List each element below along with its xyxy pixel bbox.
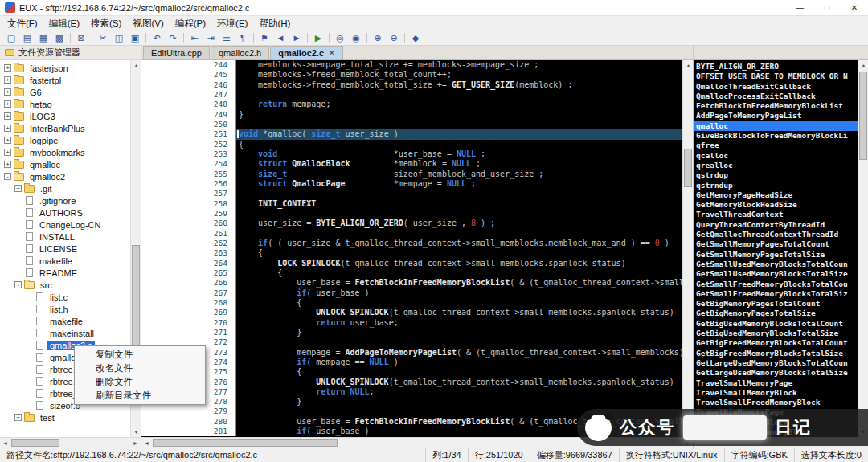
- line-number[interactable]: 268: [141, 298, 236, 308]
- plugin-icon[interactable]: ◆: [407, 31, 424, 45]
- function-list-item[interactable]: GetBigMemoryPagesTotalCount: [694, 299, 858, 309]
- code-text[interactable]: [236, 229, 682, 239]
- tree-item[interactable]: +G6: [0, 86, 130, 98]
- menu-item-1[interactable]: 编辑(E): [43, 17, 85, 31]
- tree-item[interactable]: .gitignore: [0, 194, 130, 206]
- code-text[interactable]: return user_base;: [236, 318, 682, 328]
- function-list-item[interactable]: GiveBackBlockToFreedMemoryBlockLi: [694, 131, 858, 141]
- function-list-item[interactable]: QmallocProcessExitCallback: [694, 92, 858, 101]
- code-text[interactable]: LOCK_SPINLOCK(t_qmalloc_thread_context->…: [236, 259, 682, 268]
- scroll-up-icon[interactable]: ▲: [858, 60, 868, 71]
- outdent-icon[interactable]: ⇤: [186, 31, 203, 45]
- code-text[interactable]: INIT_CONTEXT: [236, 199, 682, 209]
- code-text[interactable]: UNLOCK_SPINLOCK(t_qmalloc_thread_context…: [236, 378, 682, 387]
- expand-icon[interactable]: -: [14, 281, 22, 288]
- function-list-item[interactable]: qstrdup: [694, 170, 858, 180]
- function-list-item[interactable]: qmalloc: [694, 121, 858, 131]
- tree-item[interactable]: +fastertpl: [0, 74, 130, 86]
- code-text[interactable]: void *qmalloc( size_t user_size ): [236, 129, 682, 139]
- code-text[interactable]: struct QmallocPage *mempage = NULL ;: [236, 179, 682, 189]
- bookmark-toggle-icon[interactable]: ⚑: [256, 31, 272, 45]
- tree-item[interactable]: +fasterjson: [0, 62, 130, 74]
- tree-item[interactable]: +logpipe: [0, 134, 130, 146]
- line-number[interactable]: 257: [141, 189, 236, 198]
- function-list-item[interactable]: GetBigUsedMemoryBlocksTotalCount: [694, 319, 858, 329]
- line-number[interactable]: 265: [141, 268, 236, 278]
- function-list-item[interactable]: GetMemoryPageHeadSize: [694, 190, 858, 200]
- line-number[interactable]: 247: [141, 90, 236, 100]
- tree-item[interactable]: README: [0, 267, 130, 279]
- function-list-item[interactable]: GetSmallUsedMemoryBlocksTotalSize: [694, 269, 858, 279]
- function-list-item[interactable]: QueryThreadContextByThreadId: [694, 220, 858, 230]
- code-text[interactable]: {: [236, 367, 682, 377]
- code-text[interactable]: [236, 189, 682, 198]
- function-list-item[interactable]: AddPageToMemoryPageList: [694, 111, 858, 121]
- line-number[interactable]: 260: [141, 219, 236, 228]
- function-list-item[interactable]: TravelSmallMemoryBlock: [694, 388, 858, 398]
- context-menu-item-3[interactable]: 刷新目录文件: [75, 389, 205, 403]
- code-text[interactable]: user_base = FetchBlockInFreedMemoryBlock…: [236, 278, 682, 288]
- menu-item-4[interactable]: 编程(P): [170, 17, 211, 31]
- code-text[interactable]: {: [236, 140, 682, 149]
- scrollbar-thumb[interactable]: [684, 149, 692, 187]
- expand-icon[interactable]: +: [4, 88, 11, 96]
- code-text[interactable]: memblocks->freed_memblock_total_size += …: [236, 80, 682, 90]
- menu-item-6[interactable]: 帮助(H): [253, 17, 296, 31]
- tree-item[interactable]: list.h: [0, 303, 130, 315]
- scroll-left-icon[interactable]: ◄: [0, 438, 10, 448]
- line-number[interactable]: 248: [141, 100, 236, 109]
- expand-icon[interactable]: +: [14, 414, 22, 421]
- tab-editultra-cpp[interactable]: EditUltra.cpp: [143, 46, 210, 59]
- code-text[interactable]: [236, 337, 682, 347]
- tab-qmalloc2-c[interactable]: qmalloc2.c✕: [270, 46, 342, 59]
- function-list-item[interactable]: BYTE_ALIGN_OR_ZERO: [694, 62, 858, 72]
- redo-icon[interactable]: ↷: [165, 31, 181, 45]
- function-list-item[interactable]: qrealloc: [694, 161, 858, 170]
- line-number[interactable]: 264: [141, 259, 236, 268]
- code-text[interactable]: void *user_base = NULL ;: [236, 149, 682, 159]
- function-list-item[interactable]: TravelSmallMemoryPage: [694, 378, 858, 388]
- context-menu-item-2[interactable]: 删除文件: [75, 375, 205, 389]
- scroll-right-icon[interactable]: ►: [130, 438, 141, 448]
- tree-item[interactable]: +iLOG3: [0, 110, 130, 122]
- scrollbar-thumb[interactable]: [11, 439, 59, 447]
- expand-icon[interactable]: +: [4, 149, 11, 156]
- function-list-item[interactable]: qcalloc: [694, 151, 858, 161]
- line-number[interactable]: 259: [141, 209, 236, 219]
- line-number[interactable]: 249: [141, 110, 236, 120]
- tree-item[interactable]: INSTALL: [0, 231, 130, 243]
- tree-item[interactable]: makefile: [0, 315, 130, 327]
- maximize-icon[interactable]: □: [813, 0, 841, 15]
- expand-icon[interactable]: +: [4, 125, 11, 132]
- line-number[interactable]: 246: [141, 80, 236, 90]
- line-number[interactable]: 280: [141, 417, 236, 427]
- line-number[interactable]: 263: [141, 248, 236, 258]
- scrollbar-thumb[interactable]: [132, 245, 140, 350]
- function-list-item[interactable]: GetQmallocThreadContextThreadId: [694, 230, 858, 239]
- tab-qmalloc2-h[interactable]: qmalloc2.h: [211, 46, 269, 59]
- tree-item[interactable]: +test: [0, 411, 130, 423]
- function-list-item[interactable]: GetLargeUsedMemoryBlocksTotalSize: [694, 368, 858, 378]
- tree-item[interactable]: list.c: [0, 291, 130, 303]
- tab-close-icon[interactable]: ✕: [329, 49, 335, 57]
- line-number[interactable]: 251: [141, 129, 236, 139]
- line-number[interactable]: 266: [141, 278, 236, 288]
- expand-icon[interactable]: +: [4, 100, 11, 108]
- expand-icon[interactable]: +: [4, 112, 11, 120]
- tree-item[interactable]: LICENSE: [0, 243, 130, 255]
- line-number[interactable]: 250: [141, 120, 236, 129]
- tree-item[interactable]: makefile: [0, 255, 130, 267]
- code-text[interactable]: UNLOCK_SPINLOCK(t_qmalloc_thread_context…: [236, 308, 682, 317]
- code-text[interactable]: memblocks->mempage_total_size += membloc…: [236, 60, 682, 70]
- line-number[interactable]: 255: [141, 170, 236, 179]
- function-list-item[interactable]: QmallocThreadExitCallback: [694, 82, 858, 92]
- tree-item[interactable]: +InterBankPlus: [0, 122, 130, 134]
- function-list-item[interactable]: qstrndup: [694, 181, 858, 190]
- tree-item[interactable]: makeinstall: [0, 327, 130, 339]
- scroll-down-icon[interactable]: ▼: [131, 427, 141, 437]
- zoom-in-icon[interactable]: ⊕: [370, 31, 386, 45]
- code-text[interactable]: memblocks->freed_memblock_total_count++;: [236, 70, 682, 80]
- scrollbar-thumb[interactable]: [153, 439, 338, 447]
- copy-icon[interactable]: ◫: [111, 31, 127, 45]
- code-text[interactable]: if( ( user_size & t_qmalloc_thread_conte…: [236, 239, 682, 248]
